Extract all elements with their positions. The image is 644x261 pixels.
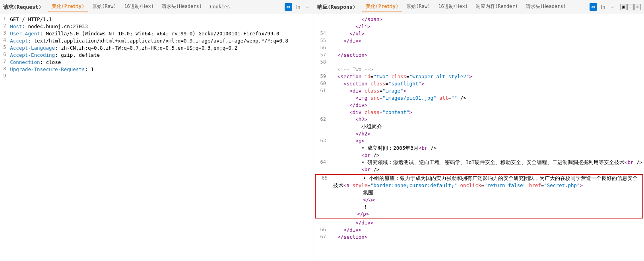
resp-line-59: 59 <section id="two" class="wrapper alt … bbox=[314, 73, 644, 80]
response-tabs: 美化(Pretty) 原始(Raw) 16进制(Hex) 响应内容(Render… bbox=[362, 2, 590, 12]
resp-line-54: 54 </ul> bbox=[314, 30, 644, 37]
resp-line-65: 65 • 小组的愿望：致力于成为国内实力强劲和拥有广泛影响力的安全研究团队，为广… bbox=[315, 174, 643, 218]
request-tab-actions: ⇔ ln ≡ bbox=[285, 3, 310, 11]
resp-line-67: 67 </section> bbox=[314, 234, 644, 241]
response-tab-actions: ⇔ ln ≡ bbox=[590, 3, 615, 11]
resp-line-62: 62 <h2> 小组简介 </h2> bbox=[314, 116, 644, 137]
response-panel: 响应(Respons) 美化(Pretty) 原始(Raw) 16进制(Hex)… bbox=[314, 0, 644, 261]
wrap-btn-res[interactable]: ⇔ bbox=[590, 3, 597, 11]
req-line-7: 7 Connection: close bbox=[0, 59, 314, 66]
resp-line-comment: <!-- Two --> bbox=[314, 66, 644, 73]
request-code-panel: 1 GET / HTTP/1.1 2 Host: node4.buuoj.cn:… bbox=[0, 14, 314, 261]
resp-line-65b: </div> bbox=[314, 219, 644, 226]
tab-headers-res[interactable]: 请求头(Headers) bbox=[522, 2, 570, 12]
menu-btn-req[interactable]: ≡ bbox=[304, 3, 310, 11]
req-line-6: 6 Accept-Encoding: gzip, deflate bbox=[0, 52, 314, 59]
resp-line-64: 64 • 研究领域：渗透测试、逆向工程、密码学、IoT硬件安全、移动安全、安全编… bbox=[314, 159, 644, 173]
request-panel: 请求(Request) 美化(Pretty) 原始(Raw) 16进制(Hex)… bbox=[0, 0, 314, 261]
resp-line-56: 56 bbox=[314, 44, 644, 52]
resp-line-57: 57 </section> bbox=[314, 52, 644, 59]
request-tabs: 美化(Pretty) 原始(Raw) 16进制(Hex) 请求头(Headers… bbox=[48, 2, 285, 12]
req-line-3: 3 User-Agent: Mozilla/5.0 (Windows NT 10… bbox=[0, 30, 314, 37]
response-panel-title: 响应(Respons) bbox=[317, 4, 355, 11]
tab-pretty-req[interactable]: 美化(Pretty) bbox=[48, 2, 88, 12]
resp-line-63: 63 <p> • 成立时间：2005年3月<br /> <br /> bbox=[314, 137, 644, 159]
tab-raw-res[interactable]: 原始(Raw) bbox=[402, 2, 434, 12]
resp-line-53b: </li> bbox=[314, 23, 644, 30]
resp-line-58-blank: 58 bbox=[314, 59, 644, 66]
response-code-panel: </span> </li> 54 </ul> 55 </div> 56 57 bbox=[314, 14, 644, 261]
req-line-5: 5 Accept-Language: zh-CN,zh;q=0.8,zh-TW;… bbox=[0, 44, 314, 52]
resp-line-61: 61 <div class="image"> <img src="images/… bbox=[314, 87, 644, 116]
tab-hex-res[interactable]: 16进制(Hex) bbox=[434, 2, 472, 12]
resp-line-55: 55 </div> bbox=[314, 37, 644, 44]
request-panel-header: 请求(Request) 美化(Pretty) 原始(Raw) 16进制(Hex)… bbox=[0, 0, 314, 14]
resp-line-60: 60 <section class="spotlight"> bbox=[314, 80, 644, 87]
window-minimize-btn[interactable]: ─ bbox=[627, 4, 634, 10]
window-menu-btn[interactable]: ≡ bbox=[634, 4, 641, 10]
req-line-2: 2 Host: node4.buuoj.cn:27033 bbox=[0, 23, 314, 30]
tab-pretty-res[interactable]: 美化(Pretty) bbox=[362, 2, 402, 12]
ln-btn-res[interactable]: ln bbox=[599, 3, 607, 11]
req-line-8: 8 Upgrade-Insecure-Requests: 1 bbox=[0, 66, 314, 73]
menu-btn-res[interactable]: ≡ bbox=[609, 3, 615, 11]
tab-headers-req[interactable]: 请求头(Headers) bbox=[158, 2, 206, 12]
ln-btn-req[interactable]: ln bbox=[295, 3, 302, 11]
req-line-4: 4 Accept: text/html,application/xhtml+xm… bbox=[0, 37, 314, 44]
tab-cookies-req[interactable]: Cookies bbox=[206, 2, 234, 12]
window-restore-btn[interactable]: ▣ bbox=[620, 4, 627, 10]
tab-raw-req[interactable]: 原始(Raw) bbox=[88, 2, 120, 12]
request-panel-title: 请求(Request) bbox=[3, 4, 41, 11]
resp-line-53: </span> bbox=[314, 16, 644, 23]
wrap-btn-req[interactable]: ⇔ bbox=[285, 3, 292, 11]
resp-line-66: 66 </div> bbox=[314, 226, 644, 234]
tab-hex-req[interactable]: 16进制(Hex) bbox=[120, 2, 158, 12]
tab-render-res[interactable]: 响应内容(Render) bbox=[472, 2, 522, 12]
req-line-9: 9 bbox=[0, 73, 314, 80]
req-line-1: 1 GET / HTTP/1.1 bbox=[0, 16, 314, 23]
response-panel-header: 响应(Respons) 美化(Pretty) 原始(Raw) 16进制(Hex)… bbox=[314, 0, 644, 14]
